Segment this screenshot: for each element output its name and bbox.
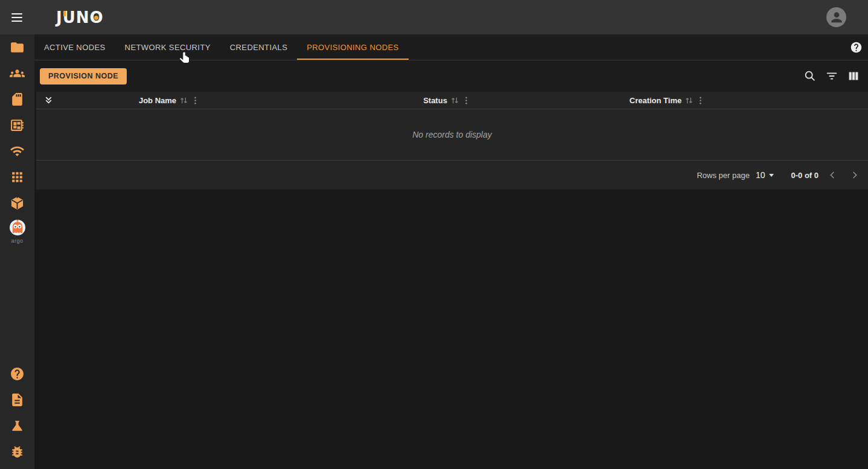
argo-label: argo — [11, 238, 23, 244]
pagination-range: 0-0 of 0 — [791, 171, 819, 180]
sidebar-item-help[interactable] — [0, 361, 34, 387]
sidebar-item-folder[interactable] — [0, 34, 34, 60]
left-icon-sidebar: argo — [0, 34, 34, 469]
help-circle-icon — [10, 366, 25, 381]
apps-grid-icon — [10, 170, 25, 185]
double-chevron-down-icon — [43, 95, 54, 106]
tab-credentials[interactable]: CREDENTIALS — [220, 34, 297, 60]
vertical-dots-icon — [697, 96, 704, 105]
header-cell-expander — [36, 95, 60, 106]
sort-icon-status[interactable] — [450, 96, 459, 105]
grid-empty-row: No records to display — [36, 109, 868, 161]
vertical-dots-icon — [462, 96, 470, 105]
column-label-status[interactable]: Status — [423, 96, 447, 105]
groups-icon — [10, 66, 25, 81]
person-icon — [829, 10, 844, 25]
tab-network-security[interactable]: NETWORK SECURITY — [115, 34, 220, 60]
wifi-icon — [10, 144, 25, 159]
sidebar-item-wifi[interactable] — [0, 138, 34, 164]
sidebar-item-argo[interactable]: argo — [0, 216, 34, 246]
column-label-creation-time[interactable]: Creation Time — [630, 96, 681, 105]
search-icon — [803, 69, 817, 83]
rows-per-page-label: Rows per page — [697, 171, 749, 180]
top-app-bar: JUNO — [0, 0, 868, 34]
sidebar-item-sd-card[interactable] — [0, 86, 34, 112]
tab-active-nodes[interactable]: ACTIVE NODES — [34, 34, 115, 60]
next-page-button[interactable] — [846, 167, 863, 183]
folder-icon — [10, 40, 25, 55]
chevron-left-icon — [827, 170, 838, 180]
tab-bar: ACTIVE NODES NETWORK SECURITY CREDENTIAL… — [34, 34, 868, 60]
sidebar-item-apps[interactable] — [0, 164, 34, 190]
sort-icon-job-name[interactable] — [179, 96, 188, 105]
cube-package-icon — [10, 196, 25, 211]
juno-logo-orange-tick — [63, 11, 66, 16]
sort-icon-creation-time[interactable] — [685, 96, 694, 105]
previous-page-button[interactable] — [824, 167, 841, 183]
columns-button[interactable] — [846, 69, 861, 83]
bug-icon — [10, 444, 25, 459]
no-records-message: No records to display — [412, 130, 492, 139]
sidebar-item-deployed-code[interactable] — [0, 190, 34, 216]
grid-header-row: Job Name Status — [36, 92, 868, 109]
column-menu-creation-time[interactable] — [697, 96, 704, 105]
tab-provisioning-nodes[interactable]: PROVISIONING NODES — [297, 34, 408, 60]
help-circle-icon — [850, 41, 863, 54]
hamburger-bars — [11, 13, 22, 22]
provision-node-button[interactable]: PROVISION NODE — [40, 68, 127, 85]
sort-arrows-icon — [179, 96, 188, 105]
expand-all-button[interactable] — [43, 95, 54, 106]
column-label-job-name[interactable]: Job Name — [139, 96, 176, 105]
sd-card-icon — [10, 92, 25, 107]
data-grid: Job Name Status — [36, 92, 868, 190]
science-flask-icon — [10, 418, 25, 433]
rows-per-page-select[interactable]: 10 — [756, 170, 774, 180]
chevron-right-icon — [849, 170, 860, 180]
tabbar-help-button[interactable] — [849, 40, 863, 54]
vertical-dots-icon — [191, 96, 199, 105]
user-avatar[interactable] — [826, 7, 846, 27]
grid-toolbar: PROVISION NODE — [34, 60, 868, 92]
sidebar-item-groups[interactable] — [0, 60, 34, 86]
sidebar-item-docs[interactable] — [0, 387, 34, 413]
search-button[interactable] — [803, 69, 817, 83]
filter-button[interactable] — [825, 69, 839, 83]
dropdown-arrow-icon — [769, 174, 774, 177]
header-cell-status: Status — [278, 96, 616, 105]
filter-list-icon — [825, 69, 838, 83]
argo-mascot-icon — [7, 219, 28, 239]
sort-arrows-icon — [450, 96, 459, 105]
header-cell-creation-time: Creation Time — [616, 96, 718, 105]
juno-logo: JUNO — [56, 10, 104, 25]
column-menu-job-name[interactable] — [191, 96, 199, 105]
column-menu-status[interactable] — [462, 96, 470, 105]
hamburger-menu-icon[interactable] — [2, 3, 31, 32]
toolbar-icon-group — [803, 69, 861, 83]
rows-per-page-value: 10 — [756, 170, 765, 180]
view-columns-icon — [847, 69, 860, 83]
sidebar-item-labs[interactable] — [0, 413, 34, 439]
grid-pagination: Rows per page 10 0-0 of 0 — [36, 161, 868, 190]
sidebar-item-developer-board[interactable] — [0, 112, 34, 138]
sidebar-item-bug-report[interactable] — [0, 439, 34, 465]
main-content: ACTIVE NODES NETWORK SECURITY CREDENTIAL… — [34, 34, 868, 469]
header-cell-job-name: Job Name — [60, 96, 278, 105]
document-icon — [10, 392, 25, 407]
juno-logo-orange-dot — [94, 16, 98, 20]
sort-arrows-icon — [685, 96, 694, 105]
developer-board-icon — [10, 118, 25, 133]
